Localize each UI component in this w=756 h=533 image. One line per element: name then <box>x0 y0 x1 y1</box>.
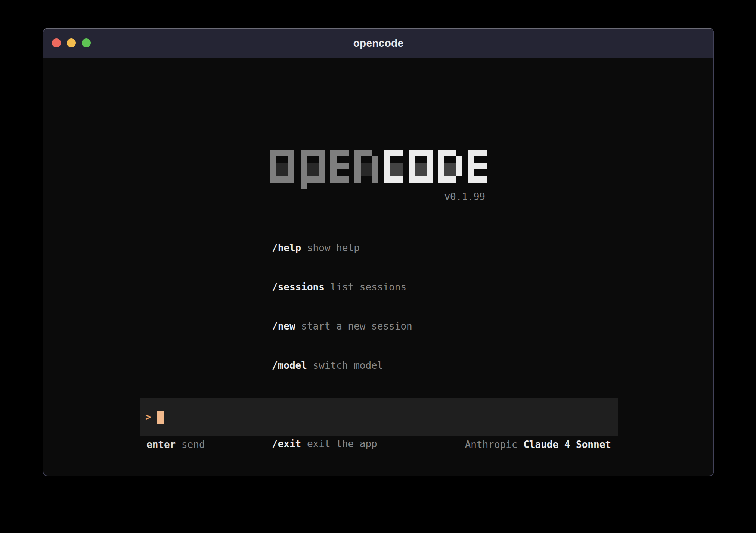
prompt-input[interactable]: > <box>140 398 618 436</box>
model-indicator[interactable]: Anthropic Claude 4 Sonnet <box>465 438 611 451</box>
command-row: /help show help <box>272 241 412 255</box>
command-description: switch model <box>313 360 383 371</box>
close-button[interactable] <box>52 38 61 47</box>
logo-letter-e1 <box>330 150 349 183</box>
command-row: /sessions list sessions <box>272 281 412 294</box>
command-description: list sessions <box>331 281 407 293</box>
status-bar: enter send Anthropic Claude 4 Sonnet <box>140 438 618 451</box>
command-name: /new <box>272 321 295 332</box>
command-list: /help show help /sessions list sessions … <box>272 215 412 476</box>
zoom-button[interactable] <box>82 38 91 47</box>
minimize-button[interactable] <box>67 38 76 47</box>
command-description: start a new session <box>301 321 412 332</box>
logo-letter-n <box>354 150 378 183</box>
opencode-logo <box>270 150 487 189</box>
window-title: opencode <box>353 37 404 49</box>
command-row: /new start a new session <box>272 320 412 333</box>
version-label: v0.1.99 <box>444 190 485 203</box>
command-name: /sessions <box>272 281 325 293</box>
command-name: /help <box>272 242 301 253</box>
text-cursor <box>157 411 164 424</box>
model-name: Claude 4 Sonnet <box>523 439 611 450</box>
prompt-symbol: > <box>145 411 151 423</box>
key-hint-key: enter <box>146 439 176 450</box>
key-hint-action: send <box>182 439 205 450</box>
command-name: /model <box>272 360 307 371</box>
command-row: /model switch model <box>272 359 412 372</box>
logo-letter-d <box>438 150 462 183</box>
logo-letter-o1 <box>270 150 294 183</box>
desktop: { "window": { "title": "opencode", "cont… <box>0 0 756 533</box>
logo-letter-c <box>384 150 403 183</box>
opencode-logo-svg <box>270 150 487 189</box>
window-titlebar[interactable]: opencode <box>43 29 713 58</box>
logo-letter-e2 <box>468 150 487 183</box>
app-window: opencode <box>43 28 714 476</box>
logo-letter-o2 <box>409 150 433 183</box>
model-provider: Anthropic <box>465 439 518 450</box>
logo-letter-p <box>301 150 325 189</box>
command-description: show help <box>307 242 360 253</box>
key-hint: enter send <box>146 438 205 451</box>
